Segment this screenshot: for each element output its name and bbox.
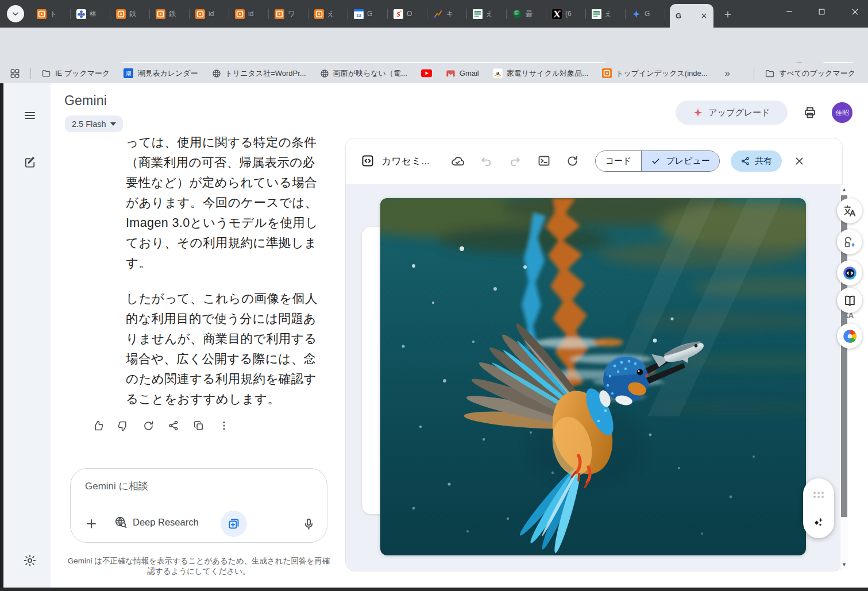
scroll-up-arrow[interactable]: ▲ bbox=[841, 186, 847, 193]
browser-tab[interactable]: S O bbox=[388, 4, 427, 24]
active-tab-label: G bbox=[676, 11, 681, 20]
tab-title-hint: (6 bbox=[565, 10, 578, 18]
tab-close-icon[interactable] bbox=[700, 12, 708, 20]
browser-tab[interactable]: ト bbox=[31, 4, 71, 24]
xampp-favicon bbox=[37, 9, 47, 19]
bookmark-label: トリニタス社=WordPr... bbox=[225, 68, 306, 79]
refresh-icon[interactable] bbox=[565, 153, 580, 168]
thumb-up-icon[interactable] bbox=[90, 418, 105, 433]
xampp-favicon bbox=[116, 9, 126, 19]
browser-tab[interactable]: ワ bbox=[269, 4, 308, 24]
cloud-check-icon[interactable] bbox=[450, 153, 465, 168]
bookmarks-overflow-chevron[interactable]: » bbox=[725, 68, 730, 79]
bookmarks-separator bbox=[30, 68, 31, 79]
bookmark-item[interactable]: トリニタス社=WordPr... bbox=[212, 68, 306, 79]
preview-tab[interactable]: プレビュー bbox=[641, 151, 719, 171]
kingfisher-image[interactable] bbox=[380, 198, 806, 555]
robot-extension-button[interactable] bbox=[837, 260, 862, 285]
bookmark-item[interactable]: 画面が映らない（電... bbox=[320, 68, 407, 79]
main-menu-icon[interactable] bbox=[22, 107, 38, 123]
microphone-icon[interactable] bbox=[301, 516, 316, 531]
bookmark-item[interactable]: トップインデックス(inde... bbox=[602, 68, 708, 79]
browser-tab[interactable]: id bbox=[190, 4, 229, 24]
svg-text:a: a bbox=[496, 69, 499, 76]
all-bookmarks-label: すべてのブックマーク bbox=[779, 68, 855, 79]
settings-gear-icon[interactable] bbox=[22, 553, 38, 569]
sparkle-icon bbox=[693, 107, 703, 118]
model-selector[interactable]: 2.5 Flash bbox=[65, 115, 123, 132]
browser-tab[interactable]: 鉄 bbox=[110, 4, 150, 24]
browser-tab-strip: ト 棒 鉄 鉄 id id ワ え 13 G S O キ え 曇 (6 え G … bbox=[0, 0, 868, 28]
bookmark-item[interactable]: Gmail bbox=[446, 69, 479, 78]
browser-tab[interactable]: キ bbox=[427, 4, 467, 24]
ai-tools-extension-button[interactable] bbox=[837, 229, 862, 254]
terminal-icon[interactable] bbox=[537, 153, 551, 168]
window-close-button[interactable] bbox=[842, 0, 868, 23]
browser-tab[interactable]: 棒 bbox=[71, 4, 110, 24]
bookmark-label: 家電リサイクル対象品... bbox=[507, 68, 588, 79]
xampp-favicon bbox=[314, 9, 324, 19]
youtube-icon bbox=[421, 69, 432, 78]
canvas-tool-button[interactable] bbox=[221, 511, 247, 537]
new-tab-button[interactable] bbox=[720, 7, 735, 22]
browser-tab[interactable]: id bbox=[229, 4, 269, 24]
sphere-extension-button[interactable] bbox=[837, 323, 862, 349]
tab-title-hint: え bbox=[327, 9, 340, 19]
undo-icon[interactable] bbox=[479, 153, 494, 168]
browser-tab[interactable]: 曇 bbox=[507, 4, 546, 24]
drag-dots-icon[interactable] bbox=[812, 488, 825, 501]
bookmark-label: 潮見表カレンダー bbox=[137, 68, 198, 79]
bookmark-label: トップインデックス(inde... bbox=[616, 68, 708, 79]
ai-tools-icon bbox=[843, 235, 857, 249]
apps-grid-icon[interactable] bbox=[9, 68, 21, 79]
add-attachment-button[interactable] bbox=[84, 516, 99, 531]
tab-title-hint: え bbox=[486, 9, 499, 19]
browser-tab[interactable]: G bbox=[626, 4, 665, 24]
share-icon[interactable] bbox=[166, 418, 181, 433]
browser-tab[interactable]: (6 bbox=[546, 4, 586, 24]
redo-icon[interactable] bbox=[508, 153, 523, 168]
canvas-tool-icons bbox=[450, 153, 580, 168]
translate-extension-button[interactable] bbox=[837, 198, 862, 223]
scroll-down-arrow[interactable]: ▼ bbox=[841, 561, 847, 568]
browser-tab[interactable]: え bbox=[467, 4, 507, 24]
browser-tab[interactable]: え bbox=[586, 4, 626, 24]
copy-icon[interactable] bbox=[191, 418, 206, 433]
window-maximize-button[interactable] bbox=[808, 0, 835, 23]
bookmark-item[interactable]: IE ブックマーク bbox=[41, 68, 110, 79]
active-tab[interactable]: G bbox=[670, 4, 713, 28]
gemini-profile-avatar[interactable]: 佳昭 bbox=[832, 102, 852, 123]
spark-diamond-icon[interactable] bbox=[812, 515, 825, 529]
bookmarks-separator-2 bbox=[754, 68, 754, 79]
tab-title-hint: ワ bbox=[288, 9, 300, 19]
window-minimize-button[interactable] bbox=[776, 0, 803, 23]
bookmark-item[interactable]: a 家電リサイクル対象品... bbox=[493, 68, 588, 79]
browser-tab[interactable]: 鉄 bbox=[150, 4, 190, 24]
all-bookmarks-folder[interactable]: すべてのブックマーク bbox=[765, 68, 855, 79]
print-icon[interactable] bbox=[802, 105, 818, 121]
canvas-title[interactable]: カワセミ... bbox=[381, 154, 430, 168]
book-extension-button[interactable] bbox=[837, 288, 862, 313]
white-green-favicon bbox=[473, 9, 483, 19]
share-button[interactable]: 共有 bbox=[731, 150, 782, 172]
tab-title-hint: え bbox=[605, 9, 618, 19]
tab-search-button[interactable] bbox=[7, 5, 24, 22]
code-tab[interactable]: コード bbox=[596, 151, 642, 171]
translate-icon bbox=[843, 204, 857, 218]
bookmark-item[interactable]: 潮 潮見表カレンダー bbox=[124, 68, 198, 79]
browser-tab[interactable]: え bbox=[308, 4, 348, 24]
check-icon bbox=[651, 156, 661, 166]
refresh-icon[interactable] bbox=[141, 418, 156, 433]
more-vert-icon[interactable] bbox=[217, 418, 232, 433]
canvas-close-icon[interactable] bbox=[792, 153, 808, 169]
bookmarks-bar: IE ブックマーク 潮 潮見表カレンダー トリニタス社=WordPr... 画面… bbox=[0, 63, 868, 83]
floating-tools-pill[interactable] bbox=[803, 478, 834, 538]
upgrade-button[interactable]: アップグレード bbox=[676, 101, 788, 125]
bookmark-item[interactable] bbox=[421, 69, 432, 78]
deep-research-chip[interactable]: Deep Research bbox=[114, 515, 199, 529]
new-chat-icon[interactable] bbox=[22, 154, 38, 170]
tab-title-hint: 曇 bbox=[526, 9, 538, 19]
browser-tab[interactable]: 13 G bbox=[348, 4, 388, 24]
thumb-down-icon[interactable] bbox=[115, 418, 130, 433]
model-response-text: っては、使用に関する特定の条件（商業利用の可否、帰属表示の必要性など）が定められ… bbox=[126, 133, 321, 410]
